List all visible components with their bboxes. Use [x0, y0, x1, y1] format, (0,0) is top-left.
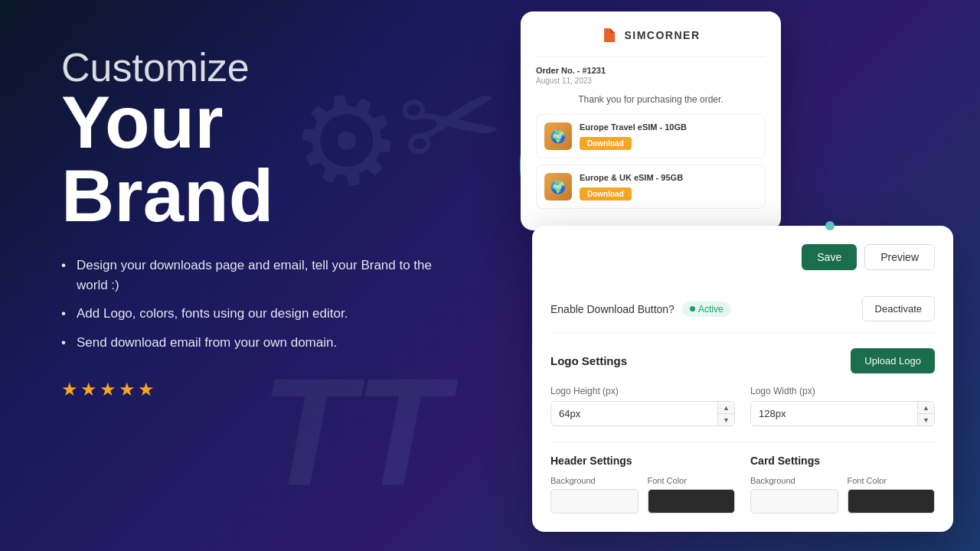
header-settings-title: Header Settings — [550, 455, 735, 467]
card-bg-swatch[interactable] — [750, 489, 838, 514]
enable-label-group: Enable Download Button? Active — [550, 302, 731, 317]
header-settings-group: Header Settings Background Font Color — [550, 455, 735, 514]
logo-height-label: Logo Height (px) — [550, 386, 735, 396]
logo-height-input[interactable] — [551, 402, 717, 425]
feature-item-2: Add Logo, colors, fonts using our design… — [61, 304, 444, 324]
email-preview-card: SIMCORNER Order No. - #1231 August 11, 2… — [521, 11, 781, 230]
header-bg-swatch[interactable] — [550, 489, 639, 514]
header-font-swatch[interactable] — [648, 489, 736, 514]
card-bg-group: Background — [750, 476, 838, 514]
upload-logo-button[interactable]: Upload Logo — [851, 348, 935, 373]
product-details-1: Europe Travel eSIM - 10GB Download — [580, 122, 687, 150]
card-font-swatch[interactable] — [848, 489, 936, 514]
product-item-1: 🌍 Europe Travel eSIM - 10GB Download — [536, 114, 766, 158]
logo-height-down-button[interactable]: ▼ — [718, 414, 734, 425]
download-button-2[interactable]: Download — [580, 187, 632, 201]
logo-settings-header: Logo Settings Upload Logo — [550, 348, 935, 373]
features-list: Design your downloads page and email, te… — [61, 256, 444, 352]
preview-button[interactable]: Preview — [864, 244, 935, 270]
settings-toolbar: Save Preview — [550, 244, 935, 270]
logo-settings-title: Logo Settings — [550, 354, 627, 367]
your-brand-text: Your Brand — [61, 86, 444, 233]
email-header: SIMCORNER — [536, 27, 766, 44]
order-info: Order No. - #1231 August 11, 2023 — [536, 56, 766, 85]
logo-width-down-button[interactable]: ▼ — [918, 414, 934, 425]
download-button-1[interactable]: Download — [580, 137, 632, 150]
active-status-text: Active — [698, 304, 724, 315]
product-item-2: 🌍 Europe & UK eSIM - 95GB Download — [536, 165, 766, 209]
feature-item-1: Design your downloads page and email, te… — [61, 256, 444, 295]
bottom-settings: Header Settings Background Font Color Ca… — [550, 442, 935, 514]
logo-width-group: Logo Width (px) ▲ ▼ — [750, 386, 935, 426]
card-settings-title: Card Settings — [750, 455, 935, 467]
logo-height-input-wrapper: ▲ ▼ — [550, 401, 735, 426]
product-thumbnail-2: 🌍 — [544, 173, 572, 201]
simcorner-logo-icon — [601, 27, 618, 44]
feature-item-3: Send download email from your own domain… — [61, 333, 444, 353]
logo-height-group: Logo Height (px) ▲ ▼ — [550, 386, 735, 426]
star-rating: ★★★★★ — [61, 379, 444, 400]
enable-download-row: Enable Download Button? Active Deactivat… — [550, 285, 935, 333]
card-bg-label: Background — [750, 476, 838, 485]
logo-width-label: Logo Width (px) — [750, 386, 935, 396]
product-details-2: Europe & UK eSIM - 95GB Download — [580, 173, 683, 201]
card-settings-group: Card Settings Background Font Color — [750, 455, 935, 514]
header-font-label: Font Color — [648, 476, 736, 485]
enable-download-label: Enable Download Button? — [550, 303, 675, 315]
product-name-2: Europe & UK eSIM - 95GB — [580, 173, 683, 182]
header-bg-group: Background — [550, 476, 639, 514]
card-font-group: Font Color — [848, 476, 936, 514]
active-badge: Active — [682, 302, 731, 317]
header-font-group: Font Color — [648, 476, 736, 514]
order-number: Order No. - #1231 — [536, 66, 766, 75]
logo-width-spinner: ▲ ▼ — [917, 402, 934, 425]
logo-width-input-wrapper: ▲ ▼ — [750, 401, 935, 426]
header-color-fields: Background Font Color — [550, 476, 735, 514]
active-dot-icon — [690, 306, 695, 311]
left-panel: Customize Your Brand Design your downloa… — [61, 46, 444, 400]
card-color-fields: Background Font Color — [750, 476, 935, 514]
logo-width-input[interactable] — [751, 402, 917, 425]
logo-height-spinner: ▲ ▼ — [717, 402, 734, 425]
deactivate-button[interactable]: Deactivate — [862, 296, 935, 321]
logo-height-up-button[interactable]: ▲ — [718, 402, 734, 414]
dimensions-row: Logo Height (px) ▲ ▼ Logo Width (px) ▲ ▼ — [550, 386, 935, 426]
header-bg-label: Background — [550, 476, 639, 485]
logo-width-up-button[interactable]: ▲ — [918, 402, 934, 414]
card-font-label: Font Color — [848, 476, 936, 485]
thank-you-message: Thank you for purchasing the order. — [536, 94, 766, 105]
simcorner-name: SIMCORNER — [624, 29, 700, 41]
settings-panel: Save Preview Enable Download Button? Act… — [532, 226, 953, 532]
order-date: August 11, 2023 — [536, 77, 766, 85]
connector-dot — [825, 221, 835, 230]
save-button[interactable]: Save — [802, 244, 857, 270]
product-name-1: Europe Travel eSIM - 10GB — [580, 122, 687, 132]
product-thumbnail-1: 🌍 — [544, 122, 572, 150]
